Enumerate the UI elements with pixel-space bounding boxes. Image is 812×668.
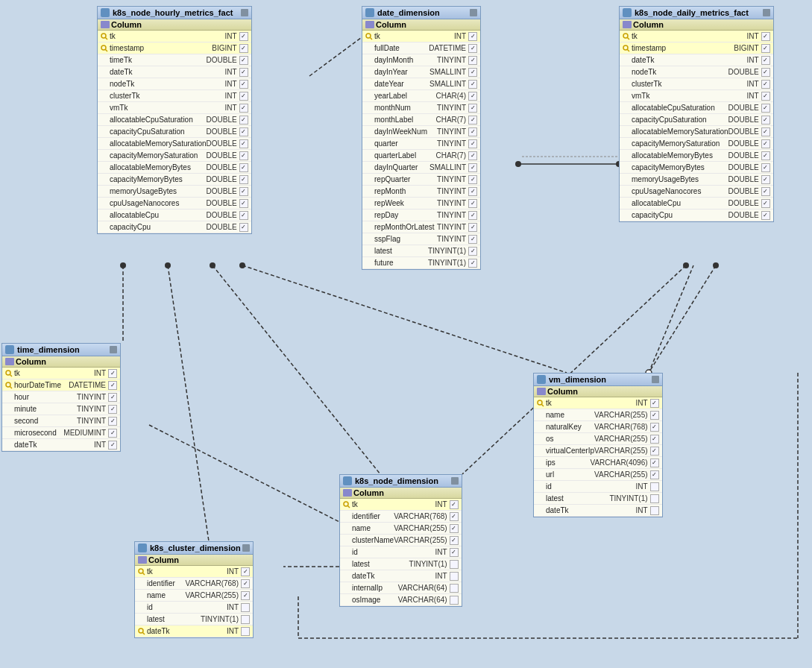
table-row[interactable]: timestampBIGINT bbox=[98, 42, 251, 54]
table-row[interactable]: tkINT bbox=[620, 31, 773, 42]
table-row[interactable]: idINT bbox=[135, 602, 253, 614]
table-row[interactable]: capacityMemoryBytesDOUBLE bbox=[98, 174, 251, 186]
column-checkbox[interactable] bbox=[239, 163, 248, 172]
column-checkbox[interactable] bbox=[650, 482, 659, 491]
column-checkbox[interactable] bbox=[761, 80, 770, 89]
column-checkbox[interactable] bbox=[239, 44, 248, 53]
column-checkbox[interactable] bbox=[241, 579, 250, 588]
table-row[interactable]: clusterNameVARCHAR(255) bbox=[340, 535, 462, 546]
column-checkbox[interactable] bbox=[761, 175, 770, 184]
table-row[interactable]: dayInMonthTINYINT bbox=[362, 54, 480, 66]
table-row[interactable]: capacityCpuSaturationDOUBLE bbox=[620, 114, 773, 126]
table-row[interactable]: latestTINYINT(1) bbox=[534, 493, 662, 505]
table-row[interactable]: identifierVARCHAR(768) bbox=[340, 511, 462, 523]
table-row[interactable]: repDayTINYINT bbox=[362, 209, 480, 221]
column-checkbox[interactable] bbox=[468, 80, 477, 89]
column-checkbox[interactable] bbox=[761, 116, 770, 125]
column-checkbox[interactable] bbox=[450, 548, 459, 557]
table-row[interactable]: clusterTkINT bbox=[98, 90, 251, 102]
table-row[interactable]: repMonthTINYINT bbox=[362, 186, 480, 198]
table-row[interactable]: urlVARCHAR(255) bbox=[534, 469, 662, 481]
column-checkbox[interactable] bbox=[468, 259, 477, 268]
column-checkbox[interactable] bbox=[239, 56, 248, 65]
table-row[interactable]: repQuarterTINYINT bbox=[362, 174, 480, 186]
column-checkbox[interactable] bbox=[239, 175, 248, 184]
table-row[interactable]: naturalKeyVARCHAR(768) bbox=[534, 421, 662, 433]
table-row[interactable]: dateTkINT bbox=[135, 626, 253, 637]
table-row[interactable]: internalIpVARCHAR(64) bbox=[340, 582, 462, 594]
column-checkbox[interactable] bbox=[761, 56, 770, 65]
column-checkbox[interactable] bbox=[108, 441, 117, 450]
table-row[interactable]: tkINT bbox=[340, 499, 462, 511]
table-row[interactable]: allocatableMemoryBytesDOUBLE bbox=[620, 150, 773, 162]
table-title-date_dimension[interactable]: date_dimension bbox=[362, 7, 480, 19]
table-title-k8s_node_dimension[interactable]: k8s_node_dimension bbox=[340, 475, 462, 488]
table-row[interactable]: dateTkINT bbox=[340, 570, 462, 582]
table-row[interactable]: latestTINYINT(1) bbox=[362, 245, 480, 257]
column-checkbox[interactable] bbox=[761, 199, 770, 208]
table-row[interactable]: clusterTkINT bbox=[620, 78, 773, 90]
table-row[interactable]: minuteTINYINT bbox=[2, 403, 120, 415]
table-row[interactable]: sspFlagTINYINT bbox=[362, 233, 480, 245]
column-checkbox[interactable] bbox=[468, 211, 477, 220]
table-row[interactable]: microsecondMEDIUMINT bbox=[2, 427, 120, 439]
table-row[interactable]: osImageVARCHAR(64) bbox=[340, 594, 462, 606]
table-row[interactable]: dateTkINT bbox=[2, 439, 120, 451]
table-row[interactable]: dateTkINT bbox=[534, 505, 662, 517]
column-checkbox[interactable] bbox=[761, 127, 770, 136]
column-checkbox[interactable] bbox=[241, 567, 250, 576]
column-checkbox[interactable] bbox=[450, 560, 459, 569]
column-checkbox[interactable] bbox=[450, 584, 459, 593]
table-row[interactable]: vmTkINT bbox=[620, 90, 773, 102]
column-checkbox[interactable] bbox=[650, 506, 659, 515]
column-checkbox[interactable] bbox=[761, 104, 770, 113]
table-row[interactable]: capacityMemoryBytesDOUBLE bbox=[620, 162, 773, 174]
table-row[interactable]: repMonthOrLatestTINYINT bbox=[362, 221, 480, 233]
table-row[interactable]: secondTINYINT bbox=[2, 415, 120, 427]
table-row[interactable]: allocatableCpuDOUBLE bbox=[620, 198, 773, 209]
column-checkbox[interactable] bbox=[761, 139, 770, 148]
column-checkbox[interactable] bbox=[468, 92, 477, 101]
column-checkbox[interactable] bbox=[761, 44, 770, 53]
table-row[interactable]: timestampBIGINT bbox=[620, 42, 773, 54]
table-row[interactable]: dateYearSMALLINT bbox=[362, 78, 480, 90]
column-checkbox[interactable] bbox=[108, 381, 117, 390]
column-checkbox[interactable] bbox=[761, 151, 770, 160]
column-checkbox[interactable] bbox=[650, 447, 659, 456]
table-row[interactable]: idINT bbox=[340, 546, 462, 558]
table-row[interactable]: dateTkINT bbox=[620, 54, 773, 66]
column-checkbox[interactable] bbox=[650, 470, 659, 479]
column-checkbox[interactable] bbox=[468, 68, 477, 77]
table-row[interactable]: nameVARCHAR(255) bbox=[135, 590, 253, 602]
column-checkbox[interactable] bbox=[239, 199, 248, 208]
table-row[interactable]: nameVARCHAR(255) bbox=[340, 523, 462, 535]
table-row[interactable]: capacityMemorySaturationDOUBLE bbox=[98, 150, 251, 162]
table-row[interactable]: allocatableMemorySaturationDOUBLE bbox=[98, 138, 251, 150]
column-checkbox[interactable] bbox=[239, 116, 248, 125]
column-checkbox[interactable] bbox=[468, 235, 477, 244]
column-checkbox[interactable] bbox=[761, 163, 770, 172]
column-checkbox[interactable] bbox=[761, 211, 770, 220]
table-row[interactable]: futureTINYINT(1) bbox=[362, 257, 480, 269]
column-checkbox[interactable] bbox=[450, 524, 459, 533]
column-checkbox[interactable] bbox=[239, 139, 248, 148]
column-checkbox[interactable] bbox=[450, 572, 459, 581]
table-row[interactable]: dayInYearSMALLINT bbox=[362, 66, 480, 78]
table-row[interactable]: hourTINYINT bbox=[2, 391, 120, 403]
column-checkbox[interactable] bbox=[468, 175, 477, 184]
column-checkbox[interactable] bbox=[239, 223, 248, 232]
table-row[interactable]: vmTkINT bbox=[98, 102, 251, 114]
column-checkbox[interactable] bbox=[241, 615, 250, 624]
column-checkbox[interactable] bbox=[468, 32, 477, 41]
table-row[interactable]: tkINT bbox=[2, 368, 120, 379]
table-row[interactable]: repWeekTINYINT bbox=[362, 198, 480, 209]
column-checkbox[interactable] bbox=[239, 187, 248, 196]
table-row[interactable]: capacityCpuDOUBLE bbox=[620, 209, 773, 221]
table-row[interactable]: timeTkDOUBLE bbox=[98, 54, 251, 66]
table-row[interactable]: hourDateTimeDATETIME bbox=[2, 379, 120, 391]
table-row[interactable]: capacityMemorySaturationDOUBLE bbox=[620, 138, 773, 150]
column-checkbox[interactable] bbox=[468, 56, 477, 65]
table-row[interactable]: quarterLabelCHAR(7) bbox=[362, 150, 480, 162]
column-checkbox[interactable] bbox=[108, 417, 117, 426]
table-row[interactable]: capacityCpuSaturationDOUBLE bbox=[98, 126, 251, 138]
